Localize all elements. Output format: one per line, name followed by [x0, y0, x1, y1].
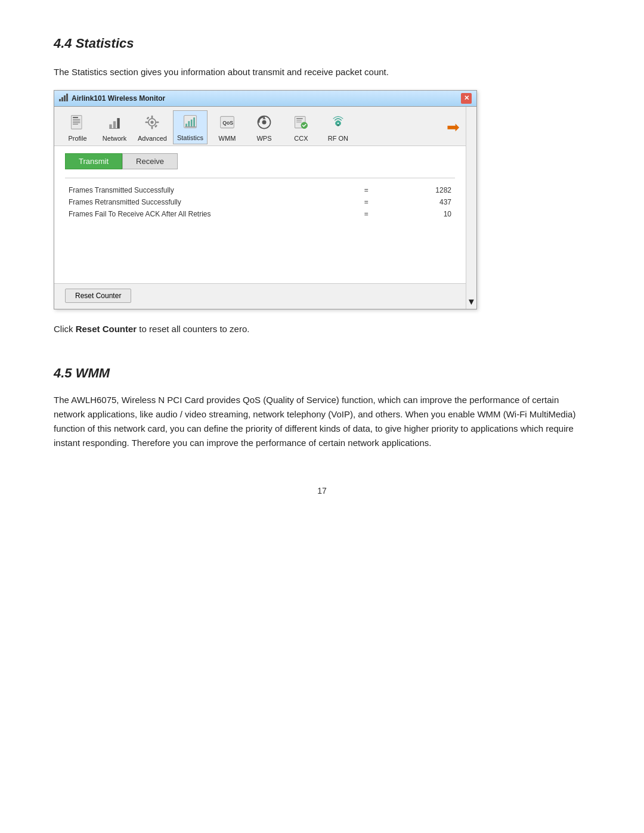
- section-45-heading: 4.5 WMM: [54, 366, 590, 381]
- dialog-main: Profile Network: [54, 107, 466, 309]
- svg-rect-20: [188, 121, 190, 126]
- svg-rect-21: [191, 119, 193, 126]
- dialog-title: Airlink101 Wireless Monitor: [72, 94, 165, 103]
- wireless-monitor-dialog: Airlink101 Wireless Monitor ✕: [54, 90, 477, 309]
- stats-table: Frames Transmitted Successfully = 1282 F…: [65, 184, 455, 220]
- svg-text:QoS: QoS: [222, 120, 233, 126]
- after-dialog-pre: Click: [54, 324, 76, 334]
- svg-rect-30: [296, 120, 302, 120]
- after-dialog-post: to reset all counters to zero.: [137, 324, 249, 334]
- toolbar-item-statistics[interactable]: Statistics: [173, 110, 208, 144]
- table-row: Frames Fail To Receive ACK After All Ret…: [65, 208, 455, 220]
- svg-rect-3: [73, 120, 80, 121]
- title-bar-left: Airlink101 Wireless Monitor: [59, 93, 165, 103]
- close-button[interactable]: ✕: [461, 93, 472, 104]
- section-45-body: The AWLH6075, Wireless N PCI Card provid…: [54, 393, 590, 450]
- reset-counter-button[interactable]: Reset Counter: [65, 289, 131, 303]
- stat-value-2: 10: [384, 208, 455, 220]
- toolbar-label-statistics: Statistics: [177, 134, 203, 141]
- content-divider: [65, 178, 455, 178]
- toolbar-item-ccx[interactable]: CCX: [284, 112, 318, 144]
- toolbar-label-network: Network: [103, 135, 126, 142]
- svg-rect-8: [117, 118, 119, 129]
- stat-label-2: Frames Fail To Receive ACK After All Ret…: [65, 208, 349, 220]
- svg-rect-31: [296, 122, 302, 122]
- toolbar-label-advanced: Advanced: [138, 135, 167, 142]
- ccx-icon: [293, 114, 309, 134]
- table-row: Frames Retransmitted Successfully = 437: [65, 196, 455, 208]
- reset-counter-bold: Reset Counter: [76, 324, 137, 334]
- svg-rect-12: [151, 115, 153, 117]
- svg-rect-5: [73, 123, 78, 124]
- toolbar-label-rfon: RF ON: [328, 135, 348, 142]
- svg-rect-4: [73, 122, 80, 123]
- svg-point-11: [151, 120, 154, 123]
- dialog-inner: Profile Network: [54, 107, 476, 309]
- stat-label-0: Frames Transmitted Successfully: [65, 184, 349, 196]
- stat-value-0: 1282: [384, 184, 455, 196]
- wps-icon: [256, 114, 273, 134]
- svg-rect-13: [151, 126, 153, 129]
- toolbar-item-network[interactable]: Network: [97, 112, 132, 144]
- tab-transmit[interactable]: Transmit: [65, 153, 122, 169]
- section-44-description: The Statistics section gives you informa…: [54, 66, 590, 79]
- stat-label-1: Frames Retransmitted Successfully: [65, 196, 349, 208]
- scroll-down-arrow[interactable]: ▼: [467, 296, 476, 306]
- dialog-title-bar: Airlink101 Wireless Monitor ✕: [54, 91, 476, 107]
- page-number: 17: [54, 486, 590, 496]
- svg-rect-2: [73, 119, 80, 119]
- tab-receive[interactable]: Receive: [122, 153, 178, 169]
- rfon-icon: [330, 114, 346, 134]
- toolbar-label-wps: WPS: [256, 135, 271, 142]
- toolbar-label-profile: Profile: [68, 135, 86, 142]
- svg-point-35: [337, 122, 339, 125]
- table-row: Frames Transmitted Successfully = 1282: [65, 184, 455, 196]
- wmm-icon: QoS: [219, 114, 236, 134]
- toolbar-label-wmm: WMM: [219, 135, 236, 142]
- svg-rect-19: [185, 123, 187, 126]
- svg-rect-1: [73, 117, 78, 118]
- after-dialog-text: Click Reset Counter to reset all counter…: [54, 323, 590, 336]
- section-44-heading: 4.4 Statistics: [54, 36, 590, 51]
- dialog-footer: Reset Counter: [54, 283, 466, 309]
- stat-eq-1: =: [349, 196, 384, 208]
- signal-bars-icon: [59, 93, 68, 103]
- svg-rect-14: [145, 121, 148, 123]
- toolbar-item-profile[interactable]: Profile: [60, 112, 95, 144]
- statistics-icon: [182, 113, 199, 133]
- svg-point-27: [262, 120, 266, 124]
- network-icon: [106, 114, 123, 134]
- toolbar-item-rfon[interactable]: RF ON: [321, 112, 355, 144]
- svg-rect-7: [113, 121, 116, 128]
- svg-rect-6: [109, 124, 112, 128]
- toolbar: Profile Network: [54, 107, 466, 146]
- scrollbar[interactable]: ▼: [466, 107, 476, 309]
- stat-value-1: 437: [384, 196, 455, 208]
- profile-icon: [69, 114, 86, 134]
- stat-eq-0: =: [349, 184, 384, 196]
- toolbar-item-wmm[interactable]: QoS WMM: [210, 112, 244, 144]
- toolbar-item-wps[interactable]: WPS: [247, 112, 281, 144]
- toolbar-item-advanced[interactable]: Advanced: [134, 112, 171, 144]
- svg-rect-15: [156, 121, 159, 123]
- toolbar-arrow[interactable]: ➡: [447, 118, 460, 137]
- toolbar-label-ccx: CCX: [294, 135, 308, 142]
- advanced-icon: [144, 114, 160, 134]
- svg-rect-16: [147, 116, 150, 119]
- tab-row: Transmit Receive: [65, 153, 455, 169]
- dialog-content: Transmit Receive Frames Transmitted Succ…: [54, 146, 466, 283]
- svg-rect-29: [296, 118, 303, 119]
- stat-eq-2: =: [349, 208, 384, 220]
- svg-rect-22: [193, 117, 195, 126]
